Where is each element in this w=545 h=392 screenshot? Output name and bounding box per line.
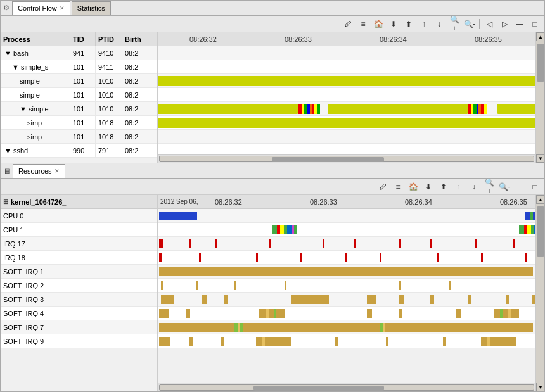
sirq4-b2: [186, 309, 190, 318]
proc-row-simple3[interactable]: simple 101 1010 08:2: [1, 88, 157, 102]
tl-row-simple3: [158, 88, 535, 102]
res-btn-follow[interactable]: ≡: [391, 180, 405, 193]
sirq3-b7: [430, 295, 434, 304]
res-btn-up[interactable]: ↑: [452, 180, 466, 193]
res-tl-row-cpu1: [158, 223, 535, 237]
proc-row-simples[interactable]: ▼ simple_s 101 9411 08:2: [1, 60, 157, 74]
res-btn-zoomin[interactable]: 🔍+: [482, 180, 496, 193]
cpu1-bar1: [272, 225, 297, 234]
proc-row-simp6[interactable]: simp 101 1018 08:2: [1, 130, 157, 144]
cf-btn-max[interactable]: □: [528, 18, 542, 30]
tab-control-flow[interactable]: Control Flow ✕: [12, 1, 70, 15]
tl-bar-s4-right: [497, 104, 535, 114]
proc-row-simple2[interactable]: simple 101 1010 08:2: [1, 74, 157, 88]
res-scrollbar-track[interactable]: [159, 384, 534, 391]
res-row-softirq1[interactable]: SOFT_IRQ 1: [1, 265, 157, 279]
res-btn-filterout[interactable]: ⬆: [437, 180, 451, 193]
cf-scrollbar-thumb[interactable]: [272, 157, 384, 162]
proc-row-bash[interactable]: ▼ bash 941 9410 08:2: [1, 46, 157, 60]
sirq9-b3: [221, 337, 224, 346]
cf-vscroll-up[interactable]: ▲: [536, 32, 544, 41]
proc-row-sshd[interactable]: ▼ sshd 990 791 08:2: [1, 144, 157, 158]
res-tl-header: 2012 Sep 06, 08:26:32 08:26:33 08:26:34 …: [158, 195, 535, 209]
res-h-scrollbar[interactable]: [158, 383, 535, 391]
irq18-b5: [345, 253, 347, 262]
cf-vscroll-track[interactable]: [536, 41, 544, 154]
cf-btn-min[interactable]: —: [513, 18, 527, 30]
tab-statistics[interactable]: Statistics: [72, 1, 111, 15]
res-header-row: ⊞ kernel_1064726_: [1, 195, 157, 209]
res-row-cpu0[interactable]: CPU 0: [1, 209, 157, 223]
cf-time-1: 08:26:32: [189, 35, 217, 43]
res-btn-down[interactable]: ↓: [467, 180, 481, 193]
cf-btn-select[interactable]: 🖊: [341, 18, 355, 30]
cf-btn-forward[interactable]: ▷: [497, 18, 511, 30]
cf-btn-zoomin[interactable]: 🔍+: [447, 18, 461, 30]
res-btn-filterin[interactable]: ⬇: [421, 180, 435, 193]
res-row-irq17[interactable]: IRQ 17: [1, 237, 157, 251]
cf-vscroll-down[interactable]: ▼: [536, 154, 544, 163]
tab-resources[interactable]: Resources ✕: [13, 164, 65, 178]
cf-v-scrollbar[interactable]: ▲ ▼: [535, 32, 544, 163]
cf-btn-zoomout[interactable]: 🔍-: [463, 18, 477, 30]
sirq9-mc2: [482, 337, 496, 346]
res-btn-zoomout[interactable]: 🔍-: [497, 180, 511, 193]
sirq3-b5: [367, 295, 376, 304]
cf-btn-filterout[interactable]: ⬆: [402, 18, 416, 30]
cf-btn-home[interactable]: 🏠: [371, 18, 385, 30]
cf-btn-back[interactable]: ◁: [482, 18, 496, 30]
res-btn-min[interactable]: —: [513, 180, 527, 193]
irq18-b3: [256, 253, 258, 262]
irq17-b1: [159, 239, 163, 248]
cf-scrollbar-track[interactable]: [159, 156, 534, 162]
res-scrollbar-thumb[interactable]: [253, 386, 385, 391]
cf-vscroll-thumb[interactable]: [537, 44, 544, 82]
irq17-b8: [430, 239, 432, 248]
res-timeline: 2012 Sep 06, 08:26:32 08:26:33 08:26:34 …: [158, 195, 535, 391]
tab-cf-close[interactable]: ✕: [60, 5, 65, 11]
sirq3-b6: [399, 295, 404, 304]
sirq4-mc1: [260, 309, 281, 318]
sirq4-b5: [399, 309, 402, 318]
res-toolbar: 🖊 ≡ 🏠 ⬇ ⬆ ↑ ↓ 🔍+ 🔍- — □: [1, 179, 544, 195]
res-vscroll-up[interactable]: ▲: [536, 195, 544, 204]
res-btn-select[interactable]: 🖊: [376, 180, 390, 193]
proc-row-simple4[interactable]: ▼ simple 101 1010 08:2: [1, 102, 157, 116]
res-tl-row-softirq2: [158, 279, 535, 293]
sirq1-bar: [159, 267, 533, 276]
res-time-2: 08:26:33: [310, 198, 337, 206]
res-vscroll-thumb[interactable]: [537, 206, 544, 257]
res-tl-row-softirq3: [158, 293, 535, 307]
res-time-1: 08:26:32: [215, 198, 242, 206]
res-row-cpu1[interactable]: CPU 1: [1, 223, 157, 237]
sirq2-b6: [449, 281, 451, 290]
res-vscroll-down[interactable]: ▼: [536, 383, 544, 391]
res-vscroll-track[interactable]: [536, 204, 544, 383]
tab-bar: ⚙ Control Flow ✕ Statistics: [1, 1, 544, 16]
tab-res-close[interactable]: ✕: [54, 168, 60, 174]
cf-content: Process TID PTID Birth ▼ bash: [1, 32, 544, 163]
res-row-softirq4[interactable]: SOFT_IRQ 4: [1, 307, 157, 320]
res-row-softirq7[interactable]: SOFT_IRQ 7: [1, 320, 157, 334]
sirq3-b8: [468, 295, 471, 304]
cf-btn-follow[interactable]: ≡: [356, 18, 370, 30]
res-row-softirq2[interactable]: SOFT_IRQ 2: [1, 279, 157, 293]
cf-btn-up[interactable]: ↑: [417, 18, 431, 30]
tl-row-simples: [158, 60, 535, 74]
proc-ptid-bash: 9410: [96, 46, 122, 60]
irq17-b10: [513, 239, 515, 248]
res-btn-home[interactable]: 🏠: [406, 180, 420, 193]
cf-btn-filterin[interactable]: ⬇: [387, 18, 401, 30]
tl-row-simple4: [158, 102, 535, 116]
cf-time-2: 08:26:33: [285, 35, 312, 43]
res-row-softirq9[interactable]: SOFT_IRQ 9: [1, 334, 157, 348]
irq18-b8: [481, 253, 483, 262]
res-v-scrollbar[interactable]: ▲ ▼: [535, 195, 544, 391]
res-btn-max[interactable]: □: [528, 180, 542, 193]
res-row-irq18[interactable]: IRQ 18: [1, 251, 157, 265]
res-row-softirq3[interactable]: SOFT_IRQ 3: [1, 293, 157, 307]
proc-row-simp5[interactable]: simp 101 1018 08:2: [1, 116, 157, 130]
cf-btn-down[interactable]: ↓: [432, 18, 446, 30]
cf-h-scrollbar[interactable]: [158, 154, 535, 163]
res-tl-rows: [158, 209, 535, 383]
